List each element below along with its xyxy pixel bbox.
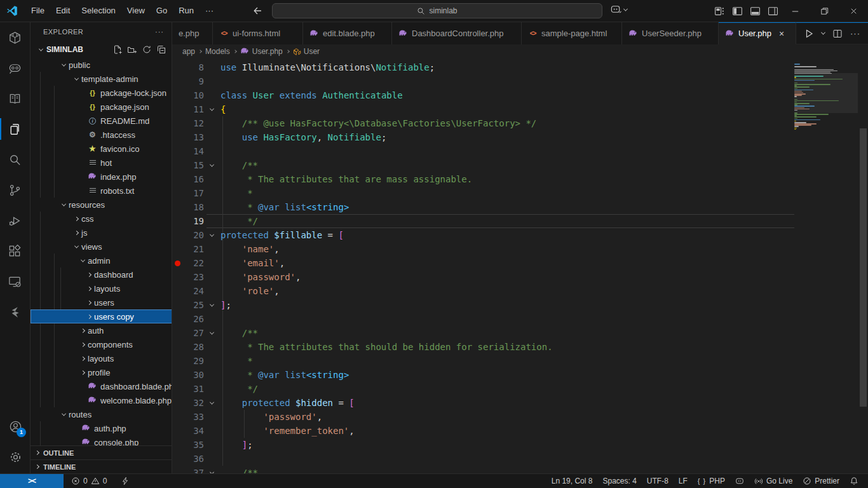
problems-status[interactable]: 0 0 [71, 477, 107, 485]
code-content[interactable]: 8use Illuminate\Notifications\Notifiable… [172, 58, 794, 473]
activity-extensions-icon[interactable] [0, 236, 31, 266]
status-notifications-bell[interactable] [845, 474, 863, 488]
tree-item[interactable]: users copy [31, 309, 172, 323]
breakpoint-margin[interactable] [172, 298, 182, 312]
timeline-section[interactable]: TIMELINE [31, 459, 172, 473]
tree-item[interactable]: resources [31, 198, 172, 212]
tab-dashboardcontroller-php[interactable]: DashboardController.php [392, 22, 522, 44]
fold-toggle[interactable] [204, 298, 219, 312]
menu-overflow[interactable]: ··· [200, 3, 219, 18]
breakpoint-margin[interactable] [172, 158, 182, 172]
breakpoint-margin[interactable] [172, 438, 182, 452]
tree-item[interactable]: auth [31, 323, 172, 337]
code-line[interactable]: 13 use HasFactory, Notifiable; [172, 130, 794, 144]
breakpoint-margin[interactable] [172, 396, 182, 410]
copilot-button[interactable] [610, 4, 627, 15]
toggle-panel-icon[interactable] [750, 6, 761, 17]
breadcrumb-item[interactable]: app [182, 47, 195, 56]
breadcrumb-item[interactable]: Models [205, 47, 230, 56]
code-line[interactable]: 33 'password', [172, 410, 794, 424]
run-play-icon[interactable] [804, 29, 814, 39]
minimap[interactable] [794, 58, 858, 473]
new-file-icon[interactable] [112, 44, 123, 55]
command-center-search[interactable]: siminlab [272, 3, 602, 18]
code-line[interactable]: 30 * @var list<string> [172, 368, 794, 382]
menu-go[interactable]: Go [151, 3, 173, 18]
breakpoint-margin[interactable] [172, 242, 182, 256]
code-line[interactable]: 32 protected $hidden = [ [172, 396, 794, 410]
activity-search-icon[interactable] [0, 144, 31, 175]
status-prettier[interactable]: Prettier [798, 474, 844, 488]
activity-docs-icon[interactable] [0, 83, 31, 114]
code-line[interactable]: 19 */ [172, 214, 794, 228]
close-tab-icon[interactable]: × [779, 29, 784, 38]
breadcrumb-item[interactable]: User [293, 47, 320, 56]
code-line[interactable]: 18 * @var list<string> [172, 200, 794, 214]
tree-item[interactable]: layouts [31, 351, 172, 365]
tree-item[interactable]: ★favicon.ico [31, 142, 172, 156]
tab-sample-page-html[interactable]: <>sample-page.html [522, 22, 622, 44]
fold-toggle[interactable] [204, 158, 219, 172]
zap-icon[interactable] [121, 477, 130, 485]
menu-selection[interactable]: Selection [76, 3, 121, 18]
breakpoint-margin[interactable] [172, 172, 182, 186]
breakpoint-margin[interactable] [172, 200, 182, 214]
breakpoint-margin[interactable] [172, 410, 182, 424]
collapse-all-icon[interactable] [156, 44, 166, 55]
menu-edit[interactable]: Edit [50, 3, 76, 18]
fold-toggle[interactable] [204, 228, 219, 242]
code-line[interactable]: 25]; [172, 298, 794, 312]
code-line[interactable]: 9 [172, 74, 794, 88]
tree-item[interactable]: admin [31, 254, 172, 268]
split-editor-icon[interactable] [832, 29, 843, 39]
activity-run-debug-icon[interactable] [0, 205, 31, 236]
fold-toggle[interactable] [204, 396, 219, 410]
status-encoding[interactable]: UTF-8 [642, 474, 673, 488]
breakpoint-margin[interactable] [172, 382, 182, 396]
tree-item[interactable]: dashboard.blade.php [31, 379, 172, 393]
tab-e-php[interactable]: e.php [172, 22, 213, 44]
code-line[interactable]: 34 'remember_token', [172, 424, 794, 438]
minimize-button[interactable] [780, 0, 810, 22]
refresh-icon[interactable] [142, 44, 152, 55]
fold-toggle[interactable] [204, 102, 219, 116]
tree-item[interactable]: template-admin [31, 72, 172, 86]
status-language-mode[interactable]: { }PHP [693, 474, 729, 488]
tree-item[interactable]: hot [31, 156, 172, 170]
breadcrumb-item[interactable]: User.php [240, 47, 283, 56]
explorer-more-icon[interactable]: ··· [155, 28, 164, 36]
tree-item[interactable]: auth.php [31, 421, 172, 435]
fold-toggle[interactable] [204, 466, 219, 473]
breakpoint-margin[interactable] [172, 368, 182, 382]
tree-item[interactable]: index.php [31, 170, 172, 184]
menu-run[interactable]: Run [173, 3, 200, 18]
code-line[interactable]: 28 * The attributes that should be hidde… [172, 340, 794, 354]
code-line[interactable]: 31 */ [172, 382, 794, 396]
breakpoint-margin[interactable] [172, 452, 182, 466]
code-line[interactable]: 37 /** [172, 466, 794, 473]
breakpoint-margin[interactable] [172, 466, 182, 473]
code-line[interactable]: 12 /** @use HasFactory<\Database\Factori… [172, 116, 794, 130]
breakpoint-margin[interactable] [172, 144, 182, 158]
code-line[interactable]: 36 [172, 452, 794, 466]
status-go-live[interactable]: Go Live [750, 474, 797, 488]
activity-accounts-icon[interactable]: 1 [0, 411, 31, 442]
code-line[interactable]: 8use Illuminate\Notifications\Notifiable… [172, 60, 794, 74]
tree-item[interactable]: routes [31, 407, 172, 421]
status-eol[interactable]: LF [674, 474, 692, 488]
activity-explorer-icon[interactable] [0, 114, 31, 144]
tree-item[interactable]: dashboard [31, 268, 172, 281]
breakpoint-margin[interactable] [172, 312, 182, 326]
code-line[interactable]: 26 [172, 312, 794, 326]
breakpoint-margin[interactable] [172, 60, 182, 74]
code-line[interactable]: 35 ]; [172, 438, 794, 452]
breakpoint-margin[interactable] [172, 270, 182, 284]
tree-item[interactable]: layouts [31, 281, 172, 295]
breakpoint-margin[interactable] [172, 130, 182, 144]
breakpoint-margin[interactable] [172, 102, 182, 116]
activity-settings-icon[interactable] [0, 442, 31, 472]
breakpoint-margin[interactable] [172, 424, 182, 438]
code-line[interactable]: 15 /** [172, 158, 794, 172]
vertical-scrollbar-thumb[interactable] [860, 128, 867, 407]
status-cursor-position[interactable]: Ln 19, Col 8 [547, 474, 597, 488]
